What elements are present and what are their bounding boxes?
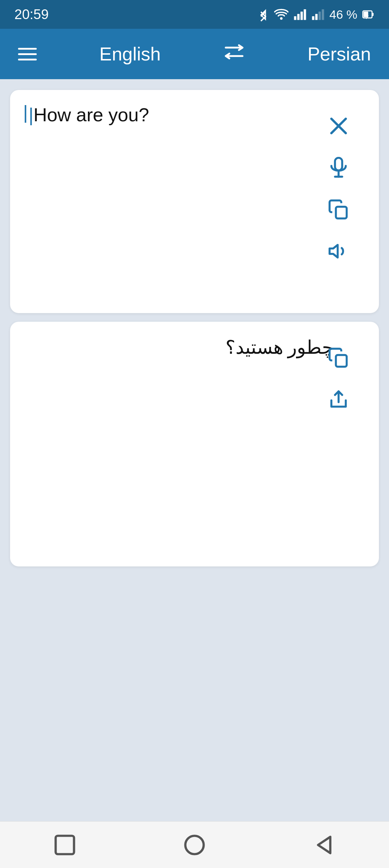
status-icons: 46 % [257,7,375,22]
signal-icon [294,8,307,21]
swap-languages-button[interactable] [223,42,245,65]
app-bar: English Persian [0,29,389,79]
share-translation-button[interactable] [324,385,353,414]
bluetooth-icon [257,7,269,22]
target-language-label[interactable]: Persian [308,43,371,65]
svg-point-21 [185,836,204,854]
svg-rect-2 [297,14,299,20]
svg-rect-1 [294,16,296,20]
svg-rect-10 [372,13,374,16]
svg-marker-22 [318,837,330,853]
battery-text: 46 % [330,8,358,22]
microphone-button[interactable] [324,153,353,182]
recent-apps-button[interactable] [49,829,81,861]
translated-text: چطور هستید؟ [225,335,334,361]
svg-rect-17 [336,207,347,219]
svg-rect-3 [300,12,303,20]
source-card-actions [324,112,353,266]
back-button[interactable] [308,829,340,861]
target-card: چطور هستید؟ [10,322,379,566]
bottom-navigation [0,821,389,868]
source-language-label[interactable]: English [99,43,161,65]
source-text-input[interactable]: How are you? [29,103,303,127]
menu-button[interactable] [18,48,37,60]
battery-icon [362,8,375,21]
svg-rect-6 [315,14,317,20]
svg-rect-5 [312,16,314,20]
svg-rect-14 [335,158,342,171]
svg-rect-20 [56,836,74,854]
wifi-icon [274,8,289,21]
status-bar: 20:59 46 % [0,0,389,29]
svg-point-0 [280,17,282,20]
signal-icon-2 [312,8,325,21]
main-content: | How are you? [0,79,389,577]
source-card: | How are you? [10,90,379,313]
status-time: 20:59 [14,7,49,22]
svg-rect-8 [322,9,324,20]
svg-rect-7 [318,12,321,20]
clear-button[interactable] [324,112,353,140]
copy-source-button[interactable] [324,195,353,224]
svg-rect-4 [304,9,306,20]
svg-marker-18 [330,245,338,258]
copy-translation-button[interactable] [324,343,353,372]
speak-source-button[interactable] [324,237,353,266]
text-cursor: | [23,103,28,122]
home-button[interactable] [178,829,211,861]
target-card-actions [324,343,353,414]
svg-rect-19 [336,355,347,367]
